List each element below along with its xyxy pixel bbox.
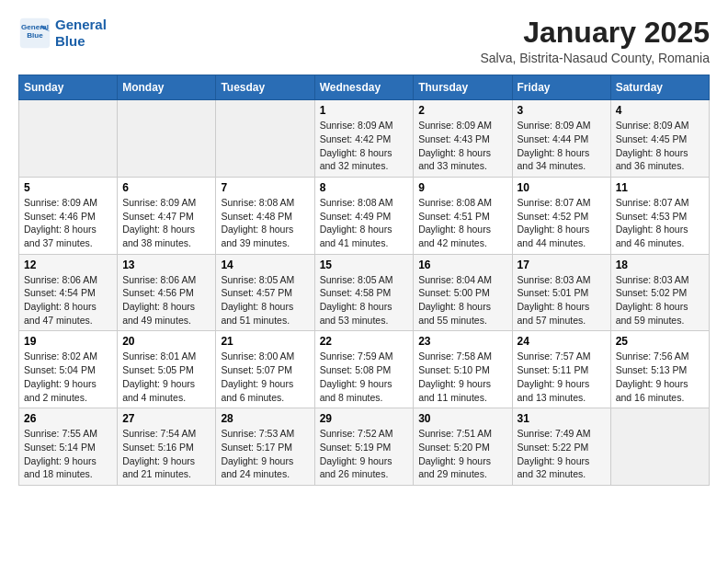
calendar-cell: 21Sunrise: 8:00 AM Sunset: 5:07 PM Dayli… xyxy=(216,331,314,408)
day-number: 16 xyxy=(418,259,506,271)
day-info: Sunrise: 8:09 AM Sunset: 4:47 PM Dayligh… xyxy=(122,196,210,250)
day-number: 29 xyxy=(320,412,409,425)
day-info: Sunrise: 7:54 AM Sunset: 5:16 PM Dayligh… xyxy=(122,427,210,481)
calendar-cell: 31Sunrise: 7:49 AM Sunset: 5:22 PM Dayli… xyxy=(512,408,610,486)
day-info: Sunrise: 8:05 AM Sunset: 4:58 PM Dayligh… xyxy=(320,273,409,327)
day-number: 7 xyxy=(221,181,309,194)
day-number: 15 xyxy=(320,259,409,271)
day-number: 12 xyxy=(24,259,112,271)
day-info: Sunrise: 8:06 AM Sunset: 4:54 PM Dayligh… xyxy=(24,273,112,327)
calendar-cell xyxy=(19,100,118,178)
day-info: Sunrise: 7:52 AM Sunset: 5:19 PM Dayligh… xyxy=(320,427,409,481)
calendar-cell: 27Sunrise: 7:54 AM Sunset: 5:16 PM Dayli… xyxy=(118,408,216,486)
calendar-week-row: 19Sunrise: 8:02 AM Sunset: 5:04 PM Dayli… xyxy=(19,331,710,408)
day-info: Sunrise: 7:56 AM Sunset: 5:13 PM Dayligh… xyxy=(616,350,704,404)
day-info: Sunrise: 8:07 AM Sunset: 4:52 PM Dayligh… xyxy=(518,196,606,250)
day-number: 21 xyxy=(221,335,309,348)
day-info: Sunrise: 8:09 AM Sunset: 4:46 PM Dayligh… xyxy=(24,196,112,250)
day-number: 11 xyxy=(616,181,704,194)
calendar-cell: 28Sunrise: 7:53 AM Sunset: 5:17 PM Dayli… xyxy=(216,408,314,486)
weekday-header-monday: Monday xyxy=(118,75,216,100)
day-info: Sunrise: 7:57 AM Sunset: 5:11 PM Dayligh… xyxy=(518,350,606,404)
calendar-cell: 24Sunrise: 7:57 AM Sunset: 5:11 PM Dayli… xyxy=(512,331,610,408)
calendar-week-row: 1Sunrise: 8:09 AM Sunset: 4:42 PM Daylig… xyxy=(19,100,710,178)
calendar-cell: 1Sunrise: 8:09 AM Sunset: 4:42 PM Daylig… xyxy=(314,100,414,178)
weekday-header-saturday: Saturday xyxy=(610,75,709,100)
title-block: January 2025 Salva, Bistrita-Nasaud Coun… xyxy=(480,17,710,65)
calendar-cell: 13Sunrise: 8:06 AM Sunset: 4:56 PM Dayli… xyxy=(118,254,216,331)
calendar-cell: 11Sunrise: 8:07 AM Sunset: 4:53 PM Dayli… xyxy=(610,177,709,254)
weekday-header-sunday: Sunday xyxy=(19,75,118,100)
logo-text: GeneralBlue xyxy=(55,17,107,50)
calendar-cell: 5Sunrise: 8:09 AM Sunset: 4:46 PM Daylig… xyxy=(19,177,118,254)
day-info: Sunrise: 8:09 AM Sunset: 4:45 PM Dayligh… xyxy=(616,119,704,173)
day-info: Sunrise: 8:01 AM Sunset: 5:05 PM Dayligh… xyxy=(122,350,210,404)
calendar-cell xyxy=(118,100,216,178)
calendar-week-row: 26Sunrise: 7:55 AM Sunset: 5:14 PM Dayli… xyxy=(19,408,710,486)
calendar-cell: 20Sunrise: 8:01 AM Sunset: 5:05 PM Dayli… xyxy=(118,331,216,408)
day-info: Sunrise: 8:08 AM Sunset: 4:48 PM Dayligh… xyxy=(221,196,309,250)
calendar-cell: 12Sunrise: 8:06 AM Sunset: 4:54 PM Dayli… xyxy=(19,254,118,331)
calendar-cell: 23Sunrise: 7:58 AM Sunset: 5:10 PM Dayli… xyxy=(414,331,512,408)
calendar-cell: 4Sunrise: 8:09 AM Sunset: 4:45 PM Daylig… xyxy=(610,100,709,178)
day-number: 19 xyxy=(24,335,112,348)
calendar-week-row: 5Sunrise: 8:09 AM Sunset: 4:46 PM Daylig… xyxy=(19,177,710,254)
day-number: 6 xyxy=(122,181,210,194)
calendar-cell: 10Sunrise: 8:07 AM Sunset: 4:52 PM Dayli… xyxy=(512,177,610,254)
day-number: 27 xyxy=(122,412,210,425)
day-number: 9 xyxy=(418,181,506,194)
logo: General Blue GeneralBlue xyxy=(18,17,107,50)
day-info: Sunrise: 8:08 AM Sunset: 4:49 PM Dayligh… xyxy=(320,196,409,250)
day-info: Sunrise: 8:00 AM Sunset: 5:07 PM Dayligh… xyxy=(221,350,309,404)
day-info: Sunrise: 8:05 AM Sunset: 4:57 PM Dayligh… xyxy=(221,273,309,327)
calendar-cell: 16Sunrise: 8:04 AM Sunset: 5:00 PM Dayli… xyxy=(414,254,512,331)
day-number: 8 xyxy=(320,181,409,194)
day-number: 17 xyxy=(518,259,606,271)
day-number: 25 xyxy=(616,335,704,348)
calendar-cell: 14Sunrise: 8:05 AM Sunset: 4:57 PM Dayli… xyxy=(216,254,314,331)
calendar-week-row: 12Sunrise: 8:06 AM Sunset: 4:54 PM Dayli… xyxy=(19,254,710,331)
logo-icon: General Blue xyxy=(18,17,51,50)
month-title: January 2025 xyxy=(480,17,710,49)
calendar-cell xyxy=(216,100,314,178)
day-info: Sunrise: 8:06 AM Sunset: 4:56 PM Dayligh… xyxy=(122,273,210,327)
calendar-cell: 26Sunrise: 7:55 AM Sunset: 5:14 PM Dayli… xyxy=(19,408,118,486)
day-number: 14 xyxy=(221,259,309,271)
day-number: 26 xyxy=(24,412,112,425)
calendar-cell: 17Sunrise: 8:03 AM Sunset: 5:01 PM Dayli… xyxy=(512,254,610,331)
day-info: Sunrise: 8:02 AM Sunset: 5:04 PM Dayligh… xyxy=(24,350,112,404)
day-number: 20 xyxy=(122,335,210,348)
day-number: 1 xyxy=(320,104,409,117)
calendar-cell: 9Sunrise: 8:08 AM Sunset: 4:51 PM Daylig… xyxy=(414,177,512,254)
day-number: 5 xyxy=(24,181,112,194)
calendar-cell: 30Sunrise: 7:51 AM Sunset: 5:20 PM Dayli… xyxy=(414,408,512,486)
svg-text:Blue: Blue xyxy=(27,31,43,40)
day-number: 2 xyxy=(418,104,506,117)
day-number: 24 xyxy=(518,335,606,348)
day-number: 18 xyxy=(616,259,704,271)
day-number: 3 xyxy=(518,104,606,117)
day-info: Sunrise: 8:09 AM Sunset: 4:43 PM Dayligh… xyxy=(418,119,506,173)
weekday-header-friday: Friday xyxy=(512,75,610,100)
day-info: Sunrise: 7:53 AM Sunset: 5:17 PM Dayligh… xyxy=(221,427,309,481)
day-number: 22 xyxy=(320,335,409,348)
day-number: 23 xyxy=(418,335,506,348)
weekday-header-row: SundayMondayTuesdayWednesdayThursdayFrid… xyxy=(19,75,710,100)
weekday-header-thursday: Thursday xyxy=(414,75,512,100)
day-info: Sunrise: 8:09 AM Sunset: 4:42 PM Dayligh… xyxy=(320,119,409,173)
day-info: Sunrise: 8:09 AM Sunset: 4:44 PM Dayligh… xyxy=(518,119,606,173)
day-info: Sunrise: 7:51 AM Sunset: 5:20 PM Dayligh… xyxy=(418,427,506,481)
calendar-cell: 18Sunrise: 8:03 AM Sunset: 5:02 PM Dayli… xyxy=(610,254,709,331)
day-info: Sunrise: 7:59 AM Sunset: 5:08 PM Dayligh… xyxy=(320,350,409,404)
day-number: 10 xyxy=(518,181,606,194)
calendar-cell: 2Sunrise: 8:09 AM Sunset: 4:43 PM Daylig… xyxy=(414,100,512,178)
calendar-cell: 15Sunrise: 8:05 AM Sunset: 4:58 PM Dayli… xyxy=(314,254,414,331)
calendar-cell: 6Sunrise: 8:09 AM Sunset: 4:47 PM Daylig… xyxy=(118,177,216,254)
calendar-cell: 22Sunrise: 7:59 AM Sunset: 5:08 PM Dayli… xyxy=(314,331,414,408)
day-number: 28 xyxy=(221,412,309,425)
calendar-cell: 25Sunrise: 7:56 AM Sunset: 5:13 PM Dayli… xyxy=(610,331,709,408)
weekday-header-wednesday: Wednesday xyxy=(314,75,414,100)
page-header: General Blue GeneralBlue January 2025 Sa… xyxy=(18,17,710,65)
calendar-cell: 19Sunrise: 8:02 AM Sunset: 5:04 PM Dayli… xyxy=(19,331,118,408)
calendar-cell: 29Sunrise: 7:52 AM Sunset: 5:19 PM Dayli… xyxy=(314,408,414,486)
